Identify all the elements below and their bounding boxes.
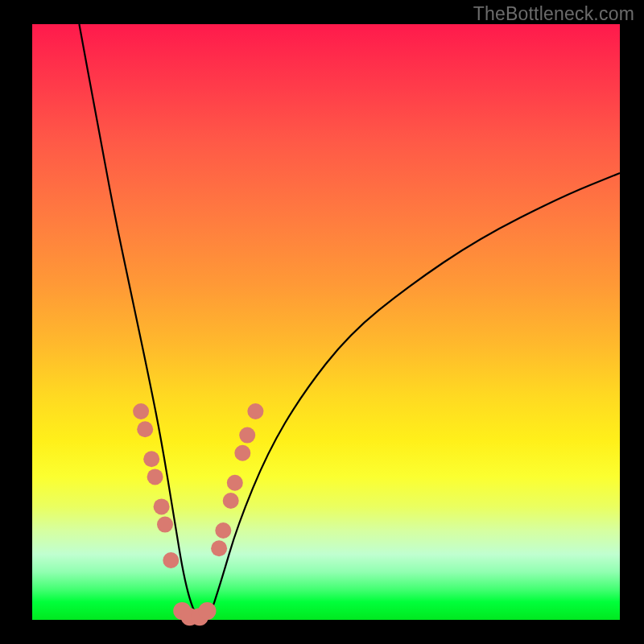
- data-marker: [199, 602, 217, 620]
- chart-frame: TheBottleneck.com: [0, 0, 644, 644]
- data-marker: [211, 540, 227, 556]
- data-marker: [137, 421, 153, 437]
- data-marker: [133, 403, 149, 419]
- data-marker: [223, 493, 239, 509]
- plot-area: [32, 24, 620, 620]
- data-marker: [163, 552, 179, 568]
- watermark-text: TheBottleneck.com: [473, 3, 634, 25]
- curve-svg: [32, 24, 620, 620]
- data-marker: [154, 498, 170, 514]
- data-marker: [239, 427, 255, 444]
- data-marker: [234, 445, 250, 461]
- data-marker: [147, 469, 163, 485]
- data-marker: [157, 517, 173, 533]
- marker-group: [133, 403, 263, 625]
- data-marker: [215, 522, 231, 539]
- data-marker: [143, 451, 159, 467]
- data-marker: [247, 403, 263, 419]
- data-marker: [227, 475, 243, 491]
